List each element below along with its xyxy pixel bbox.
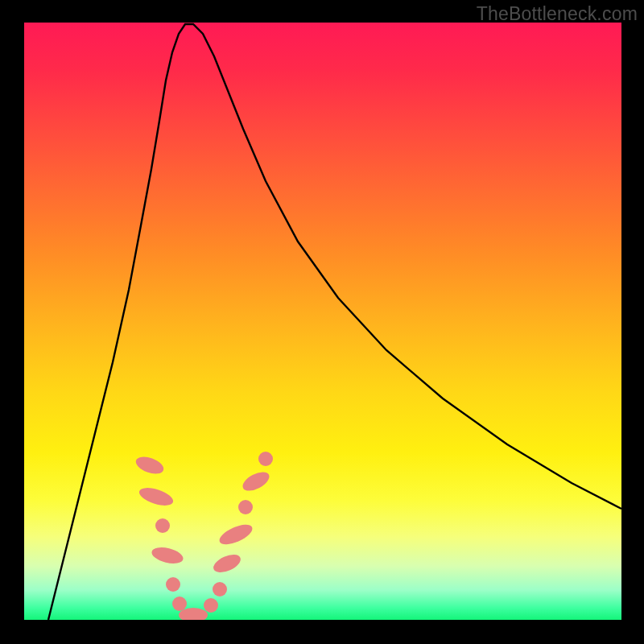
curve-marker — [213, 582, 227, 597]
curve-marker — [137, 485, 175, 510]
curve-marker — [204, 598, 218, 613]
curve-marker — [238, 500, 253, 514]
watermark-text: TheBottleneck.com — [477, 3, 638, 25]
curve-marker — [155, 518, 170, 533]
curve-marker — [240, 469, 272, 495]
curve-marker — [258, 452, 273, 466]
plot-frame — [24, 23, 621, 620]
curve-marker — [150, 544, 184, 566]
curve-marker — [217, 521, 255, 548]
bottleneck-curve-svg — [24, 23, 621, 620]
curve-marker — [211, 551, 243, 576]
curve-marker — [134, 453, 166, 477]
bottleneck-curve-path — [48, 24, 621, 620]
curve-marker — [166, 577, 180, 592]
curve-marker — [172, 597, 187, 611]
curve-markers — [134, 452, 273, 620]
